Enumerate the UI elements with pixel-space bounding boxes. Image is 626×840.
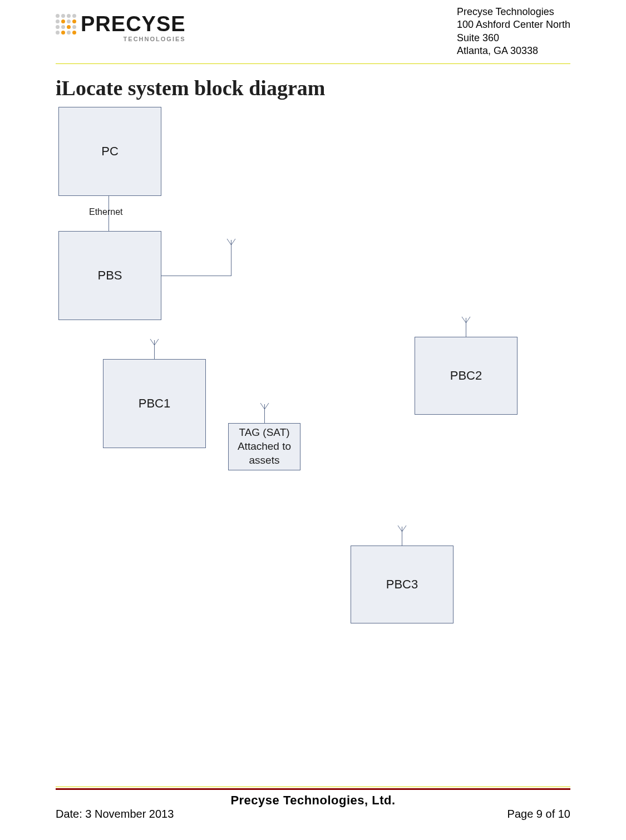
svg-line-10 [462,317,466,323]
connector-pbc3-antenna [402,534,402,546]
connector-pbs-antenna-h [161,276,231,276]
svg-line-1 [227,239,231,245]
document-header: PRECYSE TECHNOLOGIES Precyse Technologie… [0,0,626,58]
tag-line-2: Attached to [238,440,291,454]
svg-line-2 [231,239,236,245]
block-pbc3-label: PBC3 [386,577,418,593]
header-divider [56,63,570,65]
block-pc: PC [58,107,161,196]
connector-pbs-antenna-v [231,248,231,276]
svg-line-11 [466,317,471,323]
address-line-4: Atlanta, GA 30338 [457,45,570,57]
footer-page: Page 9 of 10 [507,808,570,821]
svg-line-4 [150,339,155,345]
tag-line-1: TAG (SAT) [238,426,291,440]
address-line-1: Precyse Technologies [457,6,570,18]
svg-line-5 [155,339,159,345]
ethernet-label: Ethernet [89,207,122,217]
footer-divider-top [56,787,570,787]
antenna-icon [260,402,269,414]
antenna-icon [397,525,407,536]
logo-text: PRECYSE TECHNOLOGIES [81,14,186,33]
svg-line-7 [260,403,265,409]
address-line-2: 100 Ashford Center North [457,18,570,31]
logo-main: PRECYSE [81,12,186,36]
company-address: Precyse Technologies 100 Ashford Center … [457,6,570,58]
connector-tag-antenna [264,412,265,423]
footer-date: Date: 3 November 2013 [56,808,174,821]
footer-divider-bottom [56,788,570,790]
block-pbs: PBS [58,231,161,320]
connector-pbc2-antenna [466,326,466,337]
antenna-icon [226,238,236,249]
block-tag: TAG (SAT) Attached to assets [228,423,300,470]
block-pbc2-label: PBC2 [450,368,482,384]
svg-line-8 [265,403,269,409]
connector-pbc1-antenna [154,348,155,359]
svg-line-13 [398,525,402,532]
address-line-3: Suite 360 [457,32,570,45]
block-pbs-label: PBS [97,268,122,284]
block-pbc3: PBC3 [351,546,454,623]
block-pbc2: PBC2 [415,337,517,415]
tag-line-3: assets [238,454,291,468]
antenna-icon [461,316,471,327]
logo-sub: TECHNOLOGIES [124,37,186,42]
logo: PRECYSE TECHNOLOGIES [56,14,186,35]
block-pbc1-label: PBC1 [139,396,170,412]
svg-line-14 [402,525,407,532]
logo-dots-icon [56,14,76,35]
antenna-icon [150,338,159,350]
block-diagram: PC Ethernet PBS PBC1 TAG (SAT) Attached … [56,95,570,679]
block-pc-label: PC [101,144,119,160]
footer-company: Precyse Technologies, Ltd. [0,793,626,808]
block-pbc1: PBC1 [103,359,206,448]
